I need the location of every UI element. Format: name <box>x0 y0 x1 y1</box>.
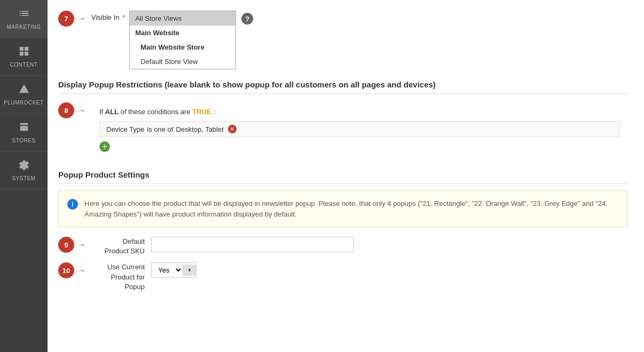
use-current-product-select-wrapper: Yes No ▼ <box>151 262 197 278</box>
step9-label: Default Product SKU <box>91 237 145 256</box>
step7-row: 7 → Visible In * All Store Views Main We… <box>58 11 628 69</box>
step9-badge: 9 <box>58 237 74 253</box>
conditions-if: If <box>99 108 103 116</box>
step10-arrow: → <box>77 266 86 275</box>
dropdown-option-main-website-store[interactable]: Main Website Store <box>130 40 235 54</box>
svg-rect-3 <box>24 52 28 55</box>
sidebar-label-plumrocket: PLUMROCKET <box>4 100 43 106</box>
conditions-block: If ALL of these conditions are TRUE : De… <box>91 102 628 157</box>
default-product-sku-input[interactable] <box>151 237 354 252</box>
visible-in-dropdown[interactable]: All Store Views Main Website Main Websit… <box>129 11 236 69</box>
sidebar-label-content: CONTENT <box>10 62 38 68</box>
info-text-content: Here you can choose the product that wil… <box>84 198 619 219</box>
stores-icon <box>18 121 30 135</box>
condition-values: Desktop, Tablet <box>176 125 223 133</box>
svg-rect-1 <box>24 47 28 51</box>
sidebar-label-stores: STORES <box>12 138 36 143</box>
sidebar-item-plumrocket[interactable]: PLUMROCKET <box>0 76 48 114</box>
marketing-icon <box>18 7 30 22</box>
condition-remove-button[interactable]: ✕ <box>228 125 237 133</box>
dropdown-option-all[interactable]: All Store Views <box>130 11 235 26</box>
section-display-popup: Display Popup Restrictions (leave blank … <box>58 80 628 94</box>
step9-arrow: → <box>77 240 86 250</box>
sidebar-item-content[interactable]: CONTENT <box>0 38 48 76</box>
sidebar-item-marketing[interactable]: MARKETING <box>0 0 48 38</box>
step10-label: Use Current Product for Popup <box>91 262 145 292</box>
svg-rect-0 <box>19 47 23 51</box>
svg-rect-2 <box>19 52 23 55</box>
add-condition-button[interactable]: + <box>99 141 110 152</box>
condition-is-one-of: is one of <box>147 125 173 133</box>
step10-badge: 10 <box>58 262 74 278</box>
step8-arrow: → <box>77 106 86 115</box>
svg-marker-4 <box>19 84 28 93</box>
step8-row: 8 → If ALL of these conditions are TRUE … <box>58 102 628 157</box>
system-icon <box>18 159 30 173</box>
content-icon <box>18 45 30 60</box>
conditions-text: If ALL of these conditions are TRUE : <box>99 108 620 116</box>
use-current-product-select[interactable]: Yes No <box>152 263 183 277</box>
condition-device-type: Device Type <box>106 125 144 133</box>
help-icon[interactable]: ? <box>241 13 253 25</box>
sidebar-label-system: SYSTEM <box>12 175 35 181</box>
sidebar-item-stores[interactable]: STORES <box>0 114 48 151</box>
visible-in-label: Visible In * <box>91 13 125 21</box>
dropdown-option-main-website[interactable]: Main Website <box>130 26 235 40</box>
required-star: * <box>122 13 125 21</box>
plumrocket-icon <box>18 83 30 98</box>
conditions-all: ALL <box>105 108 119 116</box>
step10-row: 10 → Use Current Product for Popup Yes N… <box>58 262 628 292</box>
section-popup-product: Popup Product Settings <box>58 170 628 184</box>
info-box: i Here you can choose the product that w… <box>58 190 628 227</box>
main-content: 7 → Visible In * All Store Views Main We… <box>48 0 644 352</box>
select-arrow-icon: ▼ <box>183 265 196 276</box>
info-icon: i <box>67 199 78 210</box>
step8-badge: 8 <box>58 102 74 118</box>
sidebar-label-marketing: MARKETING <box>7 24 41 30</box>
conditions-true: TRUE <box>192 108 211 116</box>
conditions-colon: : <box>213 108 215 116</box>
dropdown-option-default-store-view[interactable]: Default Store View <box>130 54 235 69</box>
condition-device-type-row: Device Type is one of Desktop, Tablet ✕ <box>99 121 620 137</box>
step7-arrow: → <box>77 14 86 23</box>
visible-in-container: Visible In * All Store Views Main Websit… <box>91 11 253 69</box>
step7-badge: 7 <box>58 11 74 27</box>
sidebar: MARKETING CONTENT PLUMROCKET STORES SYST… <box>0 0 48 352</box>
sidebar-item-system[interactable]: SYSTEM <box>0 151 48 189</box>
step9-row: 9 → Default Product SKU <box>58 237 628 256</box>
conditions-middle: of these conditions are <box>121 108 191 116</box>
